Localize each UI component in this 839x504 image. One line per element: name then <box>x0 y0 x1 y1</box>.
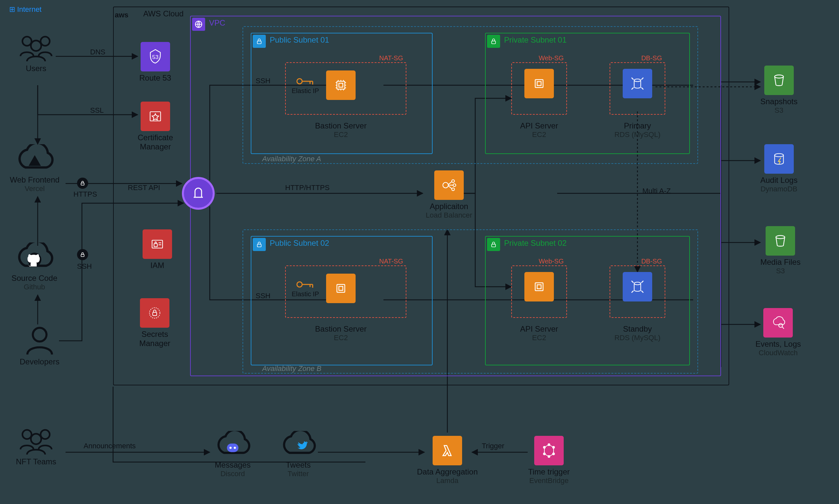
api-2-label: API Server EC2 <box>511 324 567 342</box>
svg-rect-18 <box>154 244 157 247</box>
restapi-label: REST API <box>128 183 160 192</box>
svg-point-21 <box>149 308 160 318</box>
svg-point-66 <box>234 447 236 449</box>
svg-line-63 <box>782 327 784 329</box>
key-icon <box>296 75 315 87</box>
ec2-icon <box>524 69 554 98</box>
secrets-node: Secrets Manager <box>139 298 171 348</box>
cloud-discord-icon <box>210 431 256 461</box>
users-icon <box>15 33 57 64</box>
svg-point-10 <box>22 430 32 439</box>
svg-point-5 <box>22 37 32 46</box>
users-node: Users <box>15 33 57 73</box>
igw-node <box>182 177 215 210</box>
ssh-b2-label: SSH <box>256 292 270 300</box>
web-frontend-node: Web Frontend Vercel <box>10 144 60 193</box>
bastion-1-node <box>311 70 370 102</box>
s3-icon <box>764 66 794 95</box>
svg-rect-22 <box>153 312 157 316</box>
acm-icon <box>141 102 170 131</box>
rds-2-label: Standby RDS (MySQL) <box>603 324 672 342</box>
svg-point-51 <box>452 188 454 191</box>
iam-node: IAM <box>143 229 172 270</box>
lambda-icon <box>433 436 462 465</box>
bastion-1-label: Bastion Server EC2 <box>292 121 390 139</box>
eventslogs-node: Events, Logs CloudWatch <box>755 308 801 357</box>
svg-point-50 <box>453 184 456 186</box>
svg-point-12 <box>31 434 41 444</box>
s3-icon <box>766 226 795 256</box>
ec2-icon <box>524 272 554 302</box>
svg-rect-58 <box>537 285 541 289</box>
cloudwatch-icon <box>763 308 793 338</box>
ec2-icon <box>326 274 356 303</box>
svg-point-6 <box>41 37 50 46</box>
aws-icon: aws <box>115 8 128 22</box>
alb-node: Applicaiton Load Balancer <box>416 170 482 219</box>
alb-icon <box>434 170 464 200</box>
igw-icon <box>182 177 215 210</box>
rds-2-node <box>614 272 660 303</box>
svg-point-11 <box>41 430 50 439</box>
https-lock-icon <box>77 178 88 189</box>
elastic-ip-1: Elastic IP <box>292 75 319 95</box>
http-label: HTTP/HTTPS <box>285 183 330 192</box>
cloud-github-icon <box>10 242 59 274</box>
svg-line-52 <box>448 182 452 184</box>
acm-node: Certificate Manager <box>138 102 173 151</box>
cloud-vercel-icon <box>10 144 59 175</box>
svg-rect-56 <box>537 82 541 86</box>
auditlogs-node: Audit Logs DynamoDB <box>760 144 797 193</box>
svg-text:53: 53 <box>152 54 158 60</box>
api-2-node <box>516 272 562 303</box>
svg-line-54 <box>448 186 452 188</box>
svg-point-72 <box>543 453 546 455</box>
mediafiles-node: Media Files S3 <box>760 226 801 275</box>
internet-label: ⊞ Internet <box>9 5 42 14</box>
az-a-label: Availability Zone A <box>262 155 321 163</box>
svg-point-49 <box>452 180 454 182</box>
snapshots-node: Snapshots S3 <box>760 66 797 114</box>
svg-point-44 <box>297 282 302 287</box>
svg-point-38 <box>297 79 302 84</box>
users-icon <box>15 426 57 457</box>
svg-rect-55 <box>535 79 543 88</box>
svg-point-9 <box>33 328 47 341</box>
rds-1-label: Primary RDS (MySQL) <box>603 121 672 139</box>
rds-1-node <box>614 69 660 100</box>
svg-point-48 <box>443 182 448 188</box>
api-1-node <box>516 69 562 100</box>
user-icon <box>23 324 56 357</box>
discord-node: Messages Discord <box>210 431 256 478</box>
svg-rect-25 <box>339 83 343 87</box>
ssh-label: SSH <box>77 262 92 271</box>
rds-icon <box>623 272 652 302</box>
eventbridge-node: Time trigger EventBridge <box>521 436 577 485</box>
eventbridge-icon <box>534 436 564 465</box>
cloud-twitter-icon <box>275 431 321 461</box>
svg-point-60 <box>634 282 641 285</box>
vpc-icon <box>192 18 205 31</box>
svg-rect-24 <box>337 81 345 89</box>
dynamodb-icon <box>764 144 794 174</box>
key-icon <box>296 278 315 290</box>
ssh-lock-icon <box>77 249 88 260</box>
svg-point-68 <box>548 444 550 446</box>
rds-icon <box>623 69 652 98</box>
svg-marker-67 <box>545 445 554 456</box>
svg-point-73 <box>543 446 546 448</box>
multiaz-label: Multi A-Z <box>642 187 671 195</box>
announcements-label: Announcements <box>84 442 136 450</box>
developers-node: Developers <box>20 324 59 366</box>
svg-rect-42 <box>337 285 345 292</box>
svg-rect-14 <box>81 254 84 257</box>
svg-rect-13 <box>81 183 84 185</box>
ssl-label: SSL <box>90 106 104 115</box>
svg-rect-64 <box>227 443 238 452</box>
api-1-label: API Server EC2 <box>511 121 567 139</box>
aws-cloud-label: AWS Cloud <box>143 9 183 18</box>
nft-teams-node: NFT Teams <box>15 426 57 466</box>
twitter-node: Tweets Twitter <box>275 431 321 478</box>
https-label: HTTPS <box>73 190 97 199</box>
az-b-label: Availability Zone B <box>262 364 322 373</box>
